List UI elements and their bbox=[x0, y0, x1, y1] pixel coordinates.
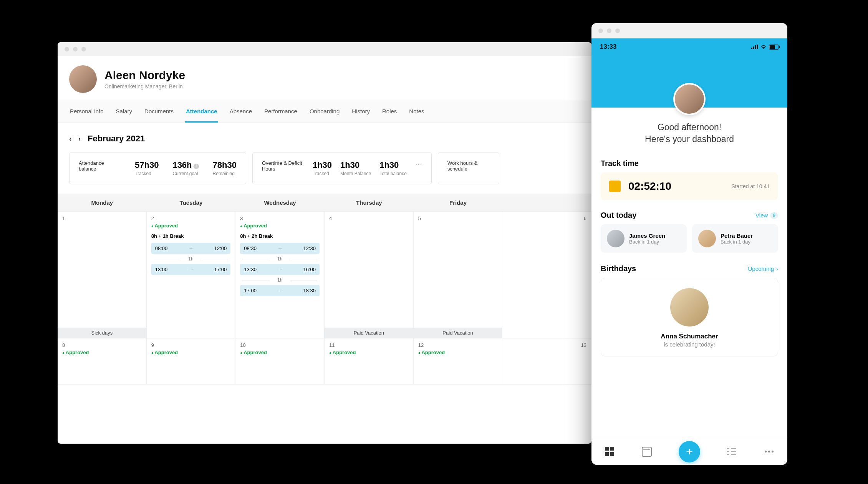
cal-cell[interactable]: 3 Approved 8h + 2h Break 08:30→12:30 1h … bbox=[235, 212, 325, 338]
info-icon[interactable]: i bbox=[194, 164, 199, 169]
wifi-icon bbox=[760, 45, 767, 49]
schedule-label: Work hours & schedule bbox=[447, 160, 490, 172]
cell-date: 8 bbox=[62, 342, 142, 348]
gap-label: 1h bbox=[151, 256, 231, 262]
cell-footer-tag: Sick days bbox=[58, 328, 146, 338]
out-today-card[interactable]: James Green Back in 1 day bbox=[601, 224, 687, 253]
tab-salary[interactable]: Salary bbox=[115, 101, 133, 123]
col-friday: Friday bbox=[414, 194, 503, 211]
cal-cell[interactable]: 9 Approved bbox=[147, 338, 236, 385]
out-sub: Back in 1 day bbox=[721, 239, 753, 245]
birthdays-upcoming-link[interactable]: Upcoming › bbox=[748, 265, 778, 272]
approved-badge: Approved bbox=[151, 350, 231, 355]
birthdays-title: Birthdays bbox=[601, 264, 636, 273]
traffic-light-minimize[interactable] bbox=[607, 28, 611, 33]
prev-month-button[interactable]: ‹ bbox=[69, 135, 71, 143]
phone-profile-avatar[interactable] bbox=[673, 83, 706, 115]
attendance-balance-label: Attendance balance bbox=[79, 160, 121, 172]
traffic-light-minimize[interactable] bbox=[73, 47, 78, 51]
gap-label: 1h bbox=[240, 256, 320, 262]
phone-window-titlebar bbox=[591, 23, 787, 38]
cal-cell[interactable]: 10 Approved bbox=[235, 338, 325, 385]
cell-date: 6 bbox=[584, 215, 586, 221]
mobile-app-window: 13:33 Good afternoon! Here's your dashbo… bbox=[591, 23, 787, 465]
stop-icon[interactable] bbox=[609, 181, 621, 192]
out-today-section: Out today View 9 James Green Back in 1 d… bbox=[591, 211, 787, 253]
cal-cell[interactable]: 8 Approved bbox=[58, 338, 147, 385]
nav-dashboard-icon[interactable] bbox=[605, 447, 615, 457]
cal-cell[interactable]: 12 Approved bbox=[414, 338, 503, 385]
tracked-sub: Tracked bbox=[135, 171, 159, 176]
approved-badge: Approved bbox=[329, 350, 409, 355]
track-time-card[interactable]: 02:52:10 Started at 10:41 bbox=[601, 172, 778, 200]
nav-add-button[interactable]: + bbox=[679, 441, 700, 462]
col-tuesday: Tuesday bbox=[147, 194, 236, 211]
out-sub: Back in 1 day bbox=[629, 239, 665, 245]
ot-total-value: 1h30 bbox=[379, 160, 407, 170]
out-name: Petra Bauer bbox=[721, 232, 753, 239]
schedule-card[interactable]: Work hours & schedule bbox=[438, 152, 499, 184]
profile-subtitle: Onlinemarketing Manager, Berlin bbox=[104, 83, 185, 90]
tab-absence[interactable]: Absence bbox=[229, 101, 253, 123]
time-chip[interactable]: 17:00→18:30 bbox=[240, 285, 320, 296]
remaining-sub: Remaining bbox=[213, 171, 237, 176]
avatar bbox=[607, 230, 624, 247]
cell-date: 3 bbox=[240, 215, 320, 221]
arrow-icon: → bbox=[277, 267, 282, 272]
nav-more-icon[interactable] bbox=[764, 447, 774, 457]
cell-date: 9 bbox=[151, 342, 231, 348]
time-chip[interactable]: 08:30→12:30 bbox=[240, 243, 320, 254]
cal-cell[interactable]: 11 Approved bbox=[325, 338, 414, 385]
nav-list-icon[interactable] bbox=[727, 447, 737, 457]
profile-avatar[interactable] bbox=[69, 65, 97, 93]
cal-cell[interactable]: 5 Paid Vacation bbox=[414, 212, 503, 338]
out-today-view-link[interactable]: View 9 bbox=[755, 212, 778, 219]
calendar-body: 1 Sick days 2 Approved 8h + 1h Break 08:… bbox=[58, 212, 591, 385]
tab-attendance[interactable]: Attendance bbox=[185, 101, 218, 123]
time-chip[interactable]: 13:00→17:00 bbox=[151, 264, 231, 275]
tab-performance[interactable]: Performance bbox=[263, 101, 298, 123]
approved-badge: Approved bbox=[240, 350, 320, 355]
cal-cell[interactable]: 2 Approved 8h + 1h Break 08:00→12:00 1h … bbox=[147, 212, 236, 338]
out-today-card[interactable]: Petra Bauer Back in 1 day bbox=[692, 224, 778, 253]
ot-month-sub: Month Balance bbox=[340, 171, 371, 176]
profile-header: Aleen Nordyke Onlinemarketing Manager, B… bbox=[58, 56, 591, 101]
cell-footer-tag: Paid Vacation bbox=[325, 328, 413, 338]
cal-cell[interactable]: 6 bbox=[502, 212, 591, 338]
tab-history[interactable]: History bbox=[351, 101, 371, 123]
ot-tracked-sub: Tracked bbox=[313, 171, 332, 176]
track-time-title: Track time bbox=[601, 159, 639, 168]
ot-total-sub: Total balance bbox=[379, 171, 407, 176]
goal-value: 136hi bbox=[172, 160, 199, 170]
tab-documents[interactable]: Documents bbox=[144, 101, 174, 123]
next-month-button[interactable]: › bbox=[78, 135, 81, 143]
tab-onboarding[interactable]: Onboarding bbox=[309, 101, 340, 123]
time-chip[interactable]: 13:30→16:00 bbox=[240, 264, 320, 275]
traffic-light-zoom[interactable] bbox=[615, 28, 620, 33]
attendance-calendar: Monday Tuesday Wednesday Thursday Friday… bbox=[58, 194, 591, 385]
birthday-card[interactable]: Anna Schumacher is celebrating today! bbox=[601, 278, 778, 356]
arrow-icon: → bbox=[277, 245, 282, 251]
traffic-light-close[interactable] bbox=[598, 28, 603, 33]
time-chip[interactable]: 08:00→12:00 bbox=[151, 243, 231, 254]
traffic-light-close[interactable] bbox=[65, 47, 69, 51]
birthday-name: Anna Schumacher bbox=[661, 333, 718, 340]
cal-cell[interactable]: 13 bbox=[502, 338, 591, 385]
cal-cell[interactable]: 4 Paid Vacation bbox=[325, 212, 414, 338]
traffic-light-zoom[interactable] bbox=[81, 47, 86, 51]
greeting-line-2: Here's your dashboard bbox=[591, 133, 787, 145]
tab-notes[interactable]: Notes bbox=[408, 101, 425, 123]
card-more-icon[interactable]: ⋯ bbox=[415, 160, 422, 169]
tab-personal-info[interactable]: Personal info bbox=[69, 101, 104, 123]
approved-badge: Approved bbox=[240, 223, 320, 229]
cell-date: 11 bbox=[329, 342, 409, 348]
col-thursday: Thursday bbox=[325, 194, 414, 211]
cal-cell[interactable]: 1 Sick days bbox=[58, 212, 147, 338]
shift-label: 8h + 2h Break bbox=[240, 233, 320, 239]
remaining-value: 78h30 bbox=[213, 160, 237, 170]
status-time: 13:33 bbox=[600, 43, 616, 51]
tab-roles[interactable]: Roles bbox=[381, 101, 398, 123]
nav-calendar-icon[interactable] bbox=[642, 447, 652, 457]
cell-date: 5 bbox=[418, 215, 498, 221]
cell-date: 4 bbox=[329, 215, 409, 221]
